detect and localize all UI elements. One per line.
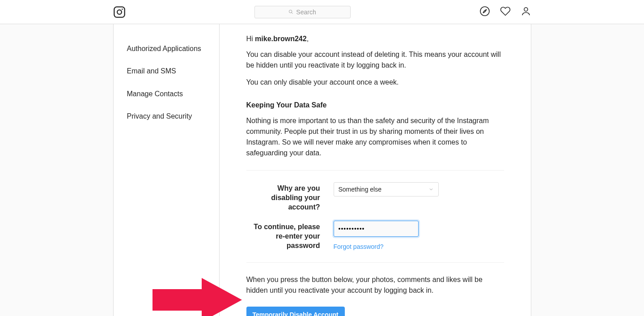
- search-input[interactable]: Search: [254, 6, 351, 18]
- reason-select[interactable]: Something else: [334, 182, 439, 196]
- sidebar-item-label: Email and SMS: [127, 67, 176, 75]
- sidebar-item-label: Manage Contacts: [127, 90, 183, 98]
- instagram-logo[interactable]: [113, 6, 126, 18]
- reason-selected-value: Something else: [339, 186, 382, 193]
- svg-rect-0: [114, 7, 124, 17]
- main-content: Hi mike.brown242, You can disable your a…: [220, 24, 531, 316]
- sidebar-item-manage-contacts[interactable]: Manage Contacts: [114, 83, 219, 105]
- greeting-prefix: Hi: [246, 35, 255, 43]
- password-label: To continue, please re-enter your passwo…: [246, 221, 334, 250]
- search-icon: [288, 9, 293, 14]
- info-paragraph-1: You can disable your account instead of …: [246, 49, 504, 71]
- search-placeholder: Search: [296, 9, 316, 16]
- warning-paragraph: When you press the button below, your ph…: [246, 274, 504, 296]
- data-safe-paragraph: Nothing is more important to us than the…: [246, 115, 504, 158]
- divider: [246, 170, 504, 171]
- sidebar-item-privacy-security[interactable]: Privacy and Security: [114, 105, 219, 128]
- temporarily-disable-button[interactable]: Temporarily Disable Account: [246, 307, 345, 316]
- greeting-line: Hi mike.brown242,: [246, 35, 504, 43]
- reason-label: Why are you disabling your account?: [246, 182, 334, 212]
- settings-sidebar: Authorized Applications Email and SMS Ma…: [114, 24, 220, 316]
- svg-point-1: [117, 10, 122, 14]
- explore-icon[interactable]: [479, 6, 490, 18]
- svg-line-4: [292, 13, 293, 14]
- top-navigation: Search: [0, 0, 644, 24]
- svg-point-3: [289, 10, 292, 13]
- password-input[interactable]: [334, 221, 419, 237]
- svg-point-7: [524, 8, 528, 11]
- info-paragraph-2: You can only disable your account once a…: [246, 77, 504, 88]
- profile-icon[interactable]: [521, 6, 531, 18]
- sidebar-item-email-sms[interactable]: Email and SMS: [114, 60, 219, 82]
- sidebar-item-label: Authorized Applications: [127, 45, 201, 52]
- sidebar-item-label: Privacy and Security: [127, 112, 192, 120]
- divider: [246, 262, 504, 263]
- section-heading-data-safe: Keeping Your Data Safe: [246, 101, 504, 109]
- heart-icon[interactable]: [500, 6, 511, 18]
- forgot-password-link[interactable]: Forgot password?: [334, 243, 384, 250]
- svg-point-2: [122, 9, 123, 10]
- svg-point-5: [480, 7, 489, 16]
- greeting-suffix: ,: [307, 35, 309, 43]
- username: mike.brown242: [255, 35, 307, 43]
- sidebar-item-authorized-apps[interactable]: Authorized Applications: [114, 38, 219, 60]
- settings-container: Authorized Applications Email and SMS Ma…: [113, 24, 531, 316]
- svg-marker-6: [483, 9, 487, 13]
- chevron-down-icon: [428, 187, 434, 192]
